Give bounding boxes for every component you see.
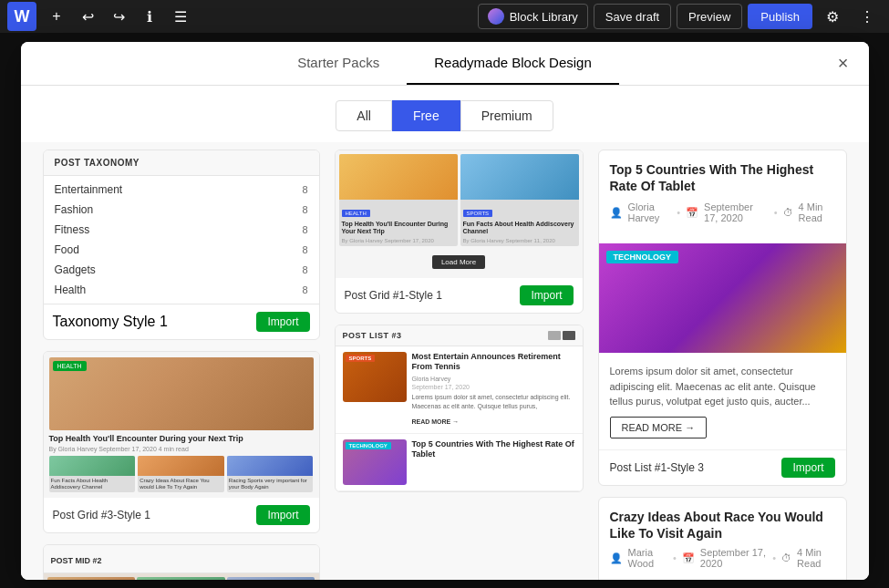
post-grid-1-import-button[interactable]: Import (520, 285, 573, 305)
post-tag: HEALTH (53, 361, 87, 371)
article-1-footer: Post List #1-Style 3 Import (599, 449, 846, 485)
more-options-button[interactable]: ⋮ (853, 2, 882, 31)
post-list-3-card: POST LIST #3 SPORTS Most Ente (335, 325, 584, 492)
article-1-meta: 👤 Gloria Harvey • 📅 September 17, 2020 •… (610, 201, 835, 223)
list-item: Fitness 8 (44, 220, 319, 240)
taxonomy-style-label: Taxonomy Style 1 (53, 314, 168, 330)
pl-item-1-author: Gloria Harvey (412, 376, 575, 382)
taxonomy-card: POST TAXONOMY Entertainment 8 Fashion 8 … (43, 150, 320, 340)
sub-post-3: Racing Sports very important for your Bo… (227, 456, 314, 492)
pg1-title-2: Fun Facts About Health Addiscovery Chann… (463, 221, 576, 236)
pl-item-2-image: TECHNOLOGY (343, 439, 407, 485)
article-2-calendar-icon: 📅 (682, 552, 695, 564)
toolbar: W + ↩ ↪ ℹ ☰ Block Library Save draft Pre… (0, 0, 889, 33)
taxonomy-list: Entertainment 8 Fashion 8 Fitness 8 Fo (44, 176, 319, 304)
settings-button[interactable]: ⚙ (818, 2, 847, 31)
post-grid-1-preview: HEALTH Top Health You'll Encounter Durin… (336, 150, 583, 278)
tab-starter-packs[interactable]: Starter Packs (270, 42, 407, 85)
pg1-tag-1: HEALTH (342, 210, 370, 217)
post-grid-1-label: Post Grid #1-Style 1 (345, 289, 442, 302)
pl-item-1-read-more[interactable]: READ MORE → (412, 418, 460, 425)
list-item: Entertainment 8 (44, 180, 319, 200)
article-1-img-tag: TECHNOLOGY (606, 251, 679, 263)
post-grid-3-card: HEALTH Top Health You'll Encounter Durin… (43, 351, 320, 533)
article-2-date: September 17, 2020 (700, 547, 767, 569)
filter-free-button[interactable]: Free (392, 100, 460, 131)
column-1: POST TAXONOMY Entertainment 8 Fashion 8 … (36, 142, 327, 580)
mid-img-3 (227, 577, 315, 580)
article-2-author: Maria Wood (628, 547, 668, 569)
wordpress-logo[interactable]: W (7, 2, 36, 31)
article-1-calendar-icon: 📅 (686, 207, 698, 219)
article-1-footer-label: Post List #1-Style 3 (610, 461, 704, 474)
sub-title-1: Fun Facts About Health Addiscovery Chann… (49, 476, 136, 492)
list-view-button[interactable]: ☰ (166, 2, 195, 31)
toolbar-right: Block Library Save draft Preview Publish… (478, 2, 882, 31)
mid-img-1 (47, 577, 136, 580)
pl-item-1-date: September 17, 2020 (412, 384, 575, 390)
modal-overlay: Starter Packs Readymade Block Design × A… (0, 33, 889, 588)
post-grid-1-grid: HEALTH Top Health You'll Encounter Durin… (339, 154, 579, 246)
taxonomy-label: Gadgets (55, 263, 96, 276)
pl-item-1-title: Most Entertain Announces Retirement From… (412, 352, 575, 373)
pg1-image-2 (460, 154, 579, 200)
taxonomy-header: POST TAXONOMY (44, 150, 319, 176)
article-2-body: Crazy Ideas About Race You Would Like To… (599, 498, 846, 580)
post-meta: By Gloria Harvey September 17, 2020 4 mi… (49, 446, 314, 452)
post-list-item-2: TECHNOLOGY Top 5 Countries With The High… (336, 434, 583, 491)
post-list-item-1: SPORTS Most Entertain Announces Retireme… (336, 346, 583, 434)
filter-premium-button[interactable]: Premium (460, 100, 553, 131)
sub-image-3 (227, 456, 314, 476)
column-3: Top 5 Countries With The Highest Rate Of… (591, 142, 854, 580)
pl-img-tag-1: SPORTS (346, 355, 376, 362)
post-grid-1-card: HEALTH Top Health You'll Encounter Durin… (335, 150, 584, 314)
info-button[interactable]: ℹ (135, 2, 164, 31)
list-control-prev[interactable] (548, 331, 561, 340)
load-more-button[interactable]: Load More (432, 255, 485, 269)
post-title: Top Health You'll Encounter During your … (49, 434, 314, 443)
pl-item-1-image: SPORTS (343, 352, 407, 402)
article-1-author-icon: 👤 (610, 207, 623, 219)
article-2-meta: 👤 Maria Wood • 📅 September 17, 2020 • ⏱ … (610, 547, 835, 569)
article-2-title: Crazy Ideas About Race You Would Like To… (610, 509, 835, 542)
sub-post-2: Crazy Ideas About Race You would Like To… (138, 456, 224, 492)
load-more-area: Load More (339, 246, 579, 274)
block-library-button[interactable]: Block Library (478, 4, 588, 29)
article-1-import-button[interactable]: Import (781, 458, 834, 478)
list-item: Fashion 8 (44, 200, 319, 220)
filter-all-button[interactable]: All (336, 100, 392, 131)
taxonomy-label: Health (55, 284, 87, 296)
pl-item-2-content: Top 5 Countries With The Highest Rate Of… (412, 439, 575, 485)
article-1-date: September 17, 2020 (704, 201, 769, 223)
taxonomy-import-button[interactable]: Import (256, 312, 309, 332)
undo-button[interactable]: ↩ (73, 2, 102, 31)
list-control-next[interactable] (563, 331, 575, 340)
article-1-read-more-button[interactable]: READ MORE → (610, 417, 708, 438)
pg1-content-1: HEALTH Top Health You'll Encounter Durin… (339, 200, 458, 246)
taxonomy-label: Fashion (55, 203, 94, 216)
pg1-content-2: SPORTS Fun Facts About Health Addiscover… (460, 200, 579, 246)
tab-readymade-block-design[interactable]: Readymade Block Design (407, 42, 619, 85)
save-draft-button[interactable]: Save draft (594, 4, 671, 29)
pl-img-tag-2: TECHNOLOGY (346, 442, 391, 449)
post-grid-3-import-button[interactable]: Import (256, 505, 309, 525)
taxonomy-count: 8 (302, 284, 307, 295)
article-1-excerpt: Lorems ipsum dolor sit amet, consectetur… (610, 364, 835, 409)
block-library-icon (488, 8, 504, 25)
taxonomy-footer: Taxonomy Style 1 Import (44, 304, 319, 339)
publish-button[interactable]: Publish (748, 4, 812, 29)
wp-logo-icon: W (15, 7, 30, 26)
pg1-tag-2: SPORTS (463, 210, 493, 217)
redo-button[interactable]: ↪ (104, 2, 133, 31)
modal-close-button[interactable]: × (831, 51, 856, 77)
sub-image-2 (138, 456, 224, 476)
pg1-meta-1: By Gloria Harvey September 17, 2020 (342, 238, 455, 243)
modal-header: Starter Packs Readymade Block Design × (21, 42, 869, 86)
add-block-button[interactable]: + (42, 2, 71, 31)
article-1-author: Gloria Harvey (628, 201, 672, 223)
preview-button[interactable]: Preview (677, 4, 742, 29)
article-2-author-icon: 👤 (610, 552, 623, 564)
toolbar-left: W + ↩ ↪ ℹ ☰ (7, 2, 195, 31)
post-mid-label: POST MID #2 (51, 556, 102, 565)
article-1-title: Top 5 Countries With The Highest Rate Of… (610, 161, 835, 194)
